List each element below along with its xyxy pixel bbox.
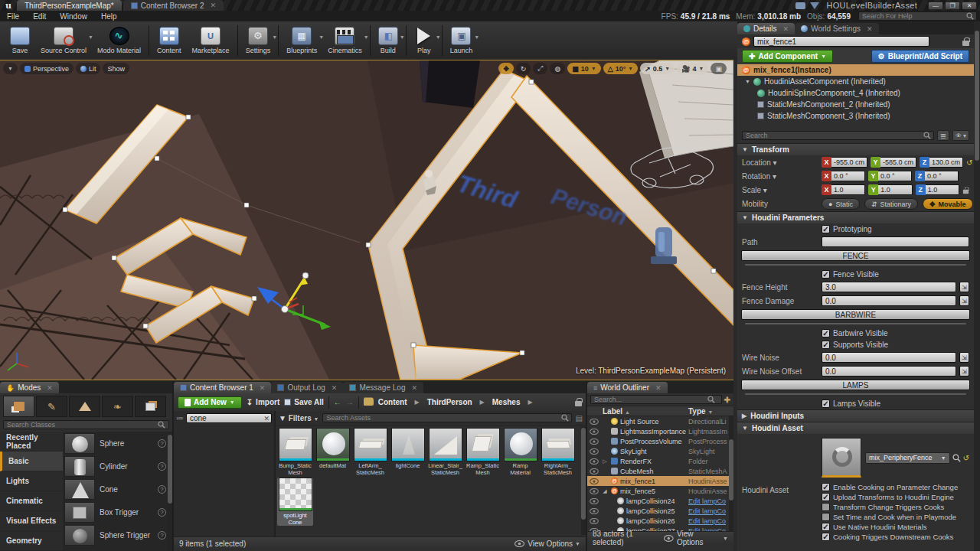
expander-icon[interactable]: ◢ xyxy=(601,488,609,494)
asset-linear-stair-staticmesh[interactable]: Linear_Stair_ StaticMesh xyxy=(427,428,463,476)
grid-snap-button[interactable]: ▦ 10 ▼ xyxy=(567,63,600,74)
tree-row-houdini-asset-component[interactable]: ▼ HoudiniAssetComponent (Inherited) xyxy=(737,76,974,87)
category-visual-effects[interactable]: Visual Effects xyxy=(0,511,63,531)
edit-blueprint-link[interactable]: Edit lampCo xyxy=(688,517,731,525)
asset-defaultmat[interactable]: defaultMat xyxy=(315,428,351,476)
asset-bump-staticmesh[interactable]: Bump_Static Mesh xyxy=(277,428,313,476)
visibility-eye-icon[interactable] xyxy=(590,478,599,484)
asset-leftarm-staticmesh[interactable]: LeftArm_ StaticMesh xyxy=(352,428,388,476)
downstream-cooks-checkbox[interactable] xyxy=(822,533,830,541)
asset-rightarm-staticmesh[interactable]: RightArm_ StaticMesh xyxy=(540,428,576,476)
world-space-button[interactable]: ◍ xyxy=(550,63,565,74)
mode-place-button[interactable] xyxy=(3,396,34,417)
ue-diamond-icon[interactable] xyxy=(810,2,819,9)
mode-paint-button[interactable]: ✎ xyxy=(36,396,67,417)
view-options-button[interactable]: View Options xyxy=(677,530,720,546)
path-field[interactable] xyxy=(822,236,969,247)
mode-foliage-button[interactable]: ❧ xyxy=(102,396,133,417)
outliner-row-cubemesh[interactable]: CubeMeshStaticMeshA xyxy=(587,466,733,476)
fence-height-spinner[interactable]: ⇲ xyxy=(959,282,969,292)
fence-damage-field[interactable] xyxy=(822,295,956,306)
source-control-button[interactable]: Source Control▼ xyxy=(35,25,92,56)
section-houdini-asset[interactable]: ▼Houdini Asset xyxy=(737,422,974,434)
outliner-scrollbar[interactable] xyxy=(729,416,733,531)
add-new-button[interactable]: Add New ▼ xyxy=(178,396,242,409)
reset-to-default-icon[interactable]: ↺ xyxy=(966,158,972,167)
wire-noise-offset-field[interactable] xyxy=(822,366,956,377)
visibility-eye-icon[interactable] xyxy=(590,498,599,504)
lock-icon[interactable] xyxy=(962,41,969,46)
help-icon[interactable]: ? xyxy=(158,462,166,471)
tree-row-houdini-spline-component[interactable]: HoudiniSplineComponent_4 (Inherited) xyxy=(737,87,974,99)
save-all-button[interactable]: Save All xyxy=(284,398,324,406)
location-x-field[interactable]: X-955.0 cm xyxy=(822,157,867,168)
visibility-eye-icon[interactable] xyxy=(590,508,599,514)
viewport-3d[interactable]: Third Person xyxy=(0,60,733,380)
column-label[interactable]: Label ▲ xyxy=(603,407,688,416)
close-icon[interactable]: ✕ xyxy=(47,384,53,392)
cook-on-param-checkbox[interactable] xyxy=(822,483,830,491)
placeable-sphere[interactable]: Sphere? xyxy=(63,432,172,455)
rotation-x-field[interactable]: X0.0 ° xyxy=(822,171,865,181)
placeable-cylinder[interactable]: Cylinder? xyxy=(63,455,172,478)
view-options-button[interactable]: View Options xyxy=(528,540,573,548)
help-icon[interactable]: ? xyxy=(158,508,166,517)
wire-noise-field[interactable] xyxy=(822,352,956,363)
asset-ramp-material[interactable]: Ramp Material xyxy=(502,428,538,476)
visibility-eye-icon[interactable] xyxy=(590,488,599,494)
close-icon[interactable]: ✕ xyxy=(783,25,789,33)
visibility-eye-icon[interactable] xyxy=(590,528,599,532)
asset-ramp-staticmesh[interactable]: Ramp_Static Mesh xyxy=(465,428,501,476)
set-time-playmode-checkbox[interactable] xyxy=(822,513,830,521)
scale-y-field[interactable]: Y1.0 xyxy=(868,184,912,195)
outliner-row-mix-fence5[interactable]: ◢@mix_fence5HoudiniAsse xyxy=(587,486,733,496)
section-transform[interactable]: ▼Transform xyxy=(737,143,974,155)
mobility-movable-button[interactable]: ✥Movable xyxy=(923,198,973,210)
expander-icon[interactable]: ▷ xyxy=(601,458,609,465)
chevron-down-icon[interactable]: ▼ xyxy=(272,34,277,40)
section-houdini-inputs[interactable]: ▶Houdini Inputs xyxy=(737,409,974,422)
location-y-field[interactable]: Y-585.0 cm xyxy=(871,157,916,168)
help-search-input[interactable] xyxy=(858,11,977,21)
help-icon[interactable]: ? xyxy=(158,531,166,540)
chevron-down-icon[interactable]: ▼ xyxy=(400,34,405,40)
back-icon[interactable]: ← xyxy=(334,398,341,406)
tab-output-log[interactable]: Output Log✕ xyxy=(271,382,343,393)
cinematics-button[interactable]: Cinematics▼ xyxy=(322,25,368,56)
outliner-scrollbar-thumb[interactable] xyxy=(729,439,733,500)
details-scrollbar-thumb[interactable] xyxy=(975,31,979,161)
display-filter-eye-icon[interactable]: 👁 ▾ xyxy=(952,130,969,141)
scale-x-field[interactable]: X1.0 xyxy=(822,184,865,195)
rotation-label[interactable]: Rotation ▾ xyxy=(742,172,818,181)
close-icon[interactable]: ✕ xyxy=(332,384,338,392)
blueprints-button[interactable]: Blueprints▼ xyxy=(281,25,322,56)
launch-button[interactable]: Launch▼ xyxy=(445,25,479,56)
menu-help[interactable]: Help xyxy=(94,12,124,21)
outliner-row-light-source[interactable]: Light SourceDirectionalLi xyxy=(587,416,733,426)
tab-world-outliner[interactable]: ≡ World Outliner✕ xyxy=(587,382,668,393)
breadcrumb-thirdperson[interactable]: ThirdPerson xyxy=(427,398,472,406)
mobility-stationary-button[interactable]: ⇵Stationary xyxy=(864,198,918,210)
scale-label[interactable]: Scale ▾ xyxy=(742,186,818,194)
outliner-row-lampcollision26[interactable]: lampCollision26Edit lampCo xyxy=(587,516,733,526)
menu-file[interactable]: File xyxy=(0,12,26,21)
visibility-eye-icon[interactable] xyxy=(590,448,599,455)
marketplace-button[interactable]: Marketplace xyxy=(187,25,235,56)
close-icon[interactable]: ✕ xyxy=(211,2,217,9)
scale-tool-button[interactable]: ⤢ xyxy=(533,63,547,74)
rotation-snap-button[interactable]: △ 10° ▼ xyxy=(603,63,638,74)
details-search-input[interactable] xyxy=(742,131,934,140)
wire-noise-offset-spinner[interactable]: ⇲ xyxy=(959,366,969,377)
fence-visible-checkbox[interactable] xyxy=(822,270,830,279)
help-icon[interactable]: ? xyxy=(158,439,166,448)
sources-toggle-icon[interactable]: ≔ xyxy=(176,414,184,422)
lamps-visible-checkbox[interactable] xyxy=(822,399,830,408)
scale-snap-button[interactable]: ↗ 0.5 ▼ xyxy=(640,63,675,74)
minimize-button[interactable]: — xyxy=(928,2,943,10)
tree-row-static-mesh-3[interactable]: StaticMeshComponent_3 (Inherited) xyxy=(737,110,974,122)
tab-content-browser-2[interactable]: Content Browser 2 ✕ xyxy=(123,0,224,11)
barbwire-visible-checkbox[interactable] xyxy=(822,329,830,337)
close-button[interactable]: ✕ xyxy=(962,2,977,10)
import-button[interactable]: ↧Import xyxy=(247,398,280,406)
placeable-cone[interactable]: Cone? xyxy=(63,478,172,500)
